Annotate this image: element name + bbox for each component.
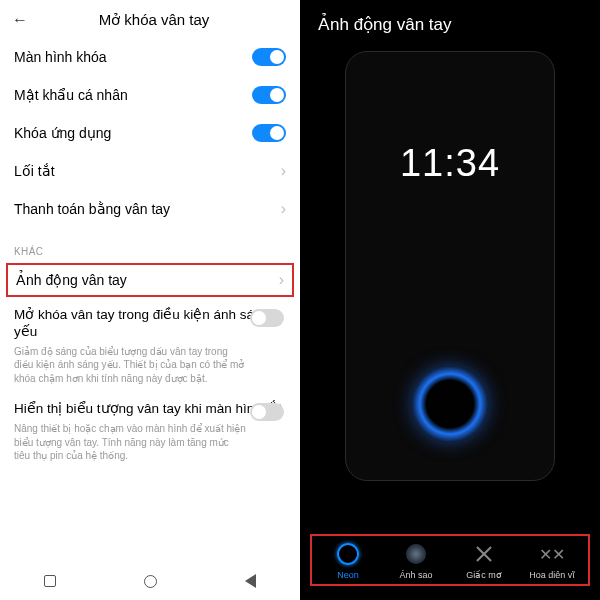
page-title: Ảnh động vân tay — [300, 0, 600, 45]
option-dream[interactable]: Giấc mơ — [452, 542, 516, 580]
starlight-icon — [406, 544, 426, 564]
clock-time: 11:34 — [346, 142, 554, 185]
row-lowlight-unlock[interactable]: Mở khóa vân tay trong điều kiện ánh sáng… — [0, 297, 300, 391]
row-label: Khóa ứng dụng — [14, 125, 111, 141]
android-nav-bar — [0, 566, 300, 600]
toggle-on-icon[interactable] — [252, 86, 286, 104]
settings-screen: ← Mở khóa vân tay Màn hình khóa Mật khẩu… — [0, 0, 300, 600]
row-label: Lối tắt — [14, 163, 55, 179]
row-description: Giảm độ sáng của biểu tượng dấu vân tay … — [14, 345, 286, 386]
toggle-off-icon[interactable] — [250, 309, 284, 327]
phone-preview: 11:34 — [345, 51, 555, 481]
header: ← Mở khóa vân tay — [0, 0, 300, 38]
option-label: Giấc mơ — [466, 570, 502, 580]
row-lock-screen[interactable]: Màn hình khóa — [14, 38, 286, 76]
toggle-off-icon[interactable] — [250, 403, 284, 421]
toggle-on-icon[interactable] — [252, 48, 286, 66]
row-label: Màn hình khóa — [14, 49, 107, 65]
row-description: Nâng thiết bị hoặc chạm vào màn hình để … — [14, 422, 286, 463]
row-personal-password[interactable]: Mật khẩu cá nhân — [14, 76, 286, 114]
cross-icon — [474, 544, 494, 564]
toggle-on-icon[interactable] — [252, 124, 286, 142]
row-label: Ảnh động vân tay — [16, 272, 127, 288]
option-label: Hoa diên vĩ — [529, 570, 575, 580]
option-label: Neon — [337, 570, 359, 580]
back-nav-icon[interactable] — [245, 574, 256, 588]
chevron-right-icon: › — [281, 162, 286, 180]
home-icon[interactable] — [144, 575, 157, 588]
row-title: Hiển thị biểu tượng vân tay khi màn hình… — [14, 401, 286, 418]
butterfly-icon: ✕✕ — [539, 545, 565, 564]
page-title: Mở khóa vân tay — [20, 11, 288, 29]
row-show-fingerprint-icon[interactable]: Hiển thị biểu tượng vân tay khi màn hình… — [0, 391, 300, 468]
animation-screen: Ảnh động vân tay 11:34 Neon Ánh sao Giấc… — [300, 0, 600, 600]
row-title: Mở khóa vân tay trong điều kiện ánh sáng… — [14, 307, 286, 341]
row-label: Thanh toán bằng vân tay — [14, 201, 170, 217]
chevron-right-icon: › — [279, 271, 284, 289]
animation-options-bar: Neon Ánh sao Giấc mơ ✕✕ Hoa diên vĩ — [310, 534, 590, 586]
fingerprint-animation-icon — [412, 366, 488, 442]
recent-apps-icon[interactable] — [44, 575, 56, 587]
settings-list: Màn hình khóa Mật khẩu cá nhân Khóa ứng … — [0, 38, 300, 228]
row-label: Mật khẩu cá nhân — [14, 87, 128, 103]
section-label-other: KHÁC — [0, 228, 300, 263]
option-starlight[interactable]: Ánh sao — [384, 542, 448, 580]
neon-icon — [337, 543, 359, 565]
row-fingerprint-animation[interactable]: Ảnh động vân tay › — [6, 263, 294, 297]
chevron-right-icon: › — [281, 200, 286, 218]
option-label: Ánh sao — [399, 570, 432, 580]
row-app-lock[interactable]: Khóa ứng dụng — [14, 114, 286, 152]
option-neon[interactable]: Neon — [316, 542, 380, 580]
row-shortcut[interactable]: Lối tắt › — [14, 152, 286, 190]
row-fingerprint-payment[interactable]: Thanh toán bằng vân tay › — [14, 190, 286, 228]
option-iris[interactable]: ✕✕ Hoa diên vĩ — [520, 542, 584, 580]
